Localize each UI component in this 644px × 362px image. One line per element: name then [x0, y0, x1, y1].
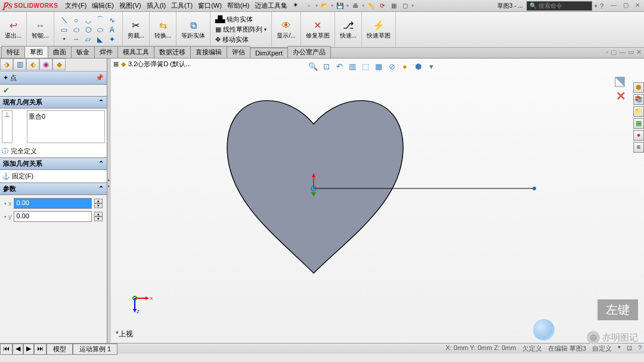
relations-list[interactable]: 重合0: [27, 110, 105, 143]
pm-tab-dim[interactable]: ◆: [52, 58, 66, 70]
ribbon-convert[interactable]: ⇆转换...: [150, 12, 177, 47]
menu-maidi[interactable]: 迈迪工具集: [252, 0, 290, 11]
ribbon-move[interactable]: ✥移动实体: [214, 35, 250, 45]
menu-window[interactable]: 窗口(W): [196, 0, 224, 11]
more-icon[interactable]: ✦: [107, 35, 117, 44]
menu-edit[interactable]: 编辑(E): [89, 0, 116, 11]
confirm-sketch-icon[interactable]: ⬔: [614, 73, 626, 89]
options-icon[interactable]: ▦: [389, 2, 398, 10]
tab-data[interactable]: 数据迁移: [154, 46, 191, 58]
sketch-heart-shape[interactable]: [111, 58, 636, 343]
doc-max-icon[interactable]: ▢: [611, 48, 617, 56]
pm-tab-prop[interactable]: ▥: [13, 58, 26, 70]
tab-weldment[interactable]: 焊件: [94, 46, 118, 58]
tab-office[interactable]: 办公室产品: [287, 46, 331, 58]
polygon-icon[interactable]: ⬡: [83, 26, 94, 34]
ribbon-pattern[interactable]: ▦线性草图阵列▾: [214, 24, 268, 35]
pm-sec-params[interactable]: 参数⌃: [0, 182, 107, 195]
menu-file[interactable]: 文件(F): [63, 0, 89, 11]
fillet-icon[interactable]: ⌒: [95, 16, 106, 24]
circle-icon[interactable]: ○: [71, 16, 82, 24]
spin-down[interactable]: ▾: [94, 216, 103, 221]
menu-tools[interactable]: 工具(T): [169, 0, 195, 11]
pm-tab-config[interactable]: ⬖: [26, 58, 39, 70]
arc-icon[interactable]: ◡: [83, 16, 94, 24]
status-custom[interactable]: 自定义: [592, 344, 612, 353]
tab-nav-prev[interactable]: ◀: [13, 344, 23, 355]
status-locale-icon[interactable]: ⊡: [627, 344, 632, 353]
point-icon[interactable]: •: [59, 35, 70, 44]
dock-res-icon[interactable]: ⬢: [633, 82, 644, 93]
menu-star-icon[interactable]: ✶: [290, 0, 301, 11]
ribbon-quick-sketch[interactable]: ⚡快速草图: [362, 12, 396, 47]
restore-icon[interactable]: ▢: [621, 2, 630, 10]
ribbon-exit-sketch[interactable]: ↩退出...: [0, 12, 27, 47]
status-help-icon[interactable]: ?: [638, 344, 642, 353]
tab-model[interactable]: 模型: [47, 344, 73, 355]
tab-nav-first[interactable]: ⏮: [0, 344, 13, 355]
search-dropdown-icon[interactable]: ▾: [595, 3, 597, 9]
chamfer-icon[interactable]: ◣: [95, 35, 106, 44]
param-y-input[interactable]: 0.00: [14, 211, 92, 222]
spin-up[interactable]: ▴: [94, 212, 103, 216]
pm-tab-feature[interactable]: ⬗: [0, 58, 13, 70]
pushpin-icon[interactable]: 📌: [95, 74, 104, 82]
centerline-icon[interactable]: ╌: [71, 35, 82, 44]
spin-down[interactable]: ▾: [94, 203, 103, 208]
close-icon[interactable]: ✕: [633, 2, 642, 10]
open-icon[interactable]: 📂: [320, 2, 329, 10]
text-icon[interactable]: A: [107, 26, 117, 34]
line-icon[interactable]: ＼: [59, 16, 70, 24]
dock-view-icon[interactable]: ▦: [633, 118, 644, 129]
slot-icon[interactable]: ⬭: [71, 26, 82, 34]
pm-sec-relations[interactable]: 现有几何关系⌃: [0, 96, 107, 109]
tab-nav-next[interactable]: ▶: [23, 344, 34, 355]
dock-explorer-icon[interactable]: 📁: [633, 106, 644, 117]
tab-features[interactable]: 特征: [1, 46, 25, 58]
tab-sketch[interactable]: 草图: [24, 46, 48, 58]
doc-selector[interactable]: 草图3 - ...: [496, 2, 524, 10]
pm-ok-button[interactable]: ✔: [0, 85, 107, 96]
minimize-icon[interactable]: —: [609, 2, 618, 10]
save-icon[interactable]: 💾: [335, 2, 345, 10]
pm-sec-add[interactable]: 添加几何关系⌃: [0, 157, 107, 170]
menu-insert[interactable]: 插入(I): [144, 0, 168, 11]
print-icon[interactable]: 🖶: [351, 2, 360, 10]
ruler-icon[interactable]: 📏: [366, 2, 376, 10]
dock-prop-icon[interactable]: ≡: [633, 142, 644, 153]
doc-close-icon[interactable]: ✕: [636, 48, 642, 56]
ribbon-repair[interactable]: ✕修复草图: [301, 12, 335, 47]
dock-lib-icon[interactable]: 📚: [633, 94, 644, 105]
rect-icon[interactable]: ▭: [59, 26, 70, 34]
ribbon-quick[interactable]: ⎇快速...: [335, 12, 362, 47]
tab-dimxpert[interactable]: DimXpert: [250, 48, 288, 58]
doc-min-icon[interactable]: ▫: [606, 48, 608, 56]
rebuild-icon[interactable]: ⟳: [377, 2, 387, 10]
menu-help[interactable]: 帮助(H): [225, 0, 252, 11]
menu-view[interactable]: 视图(V): [117, 0, 144, 11]
ribbon-mirror[interactable]: ▟▙镜向实体: [214, 14, 254, 24]
help-icon[interactable]: ?: [600, 2, 603, 10]
ribbon-display[interactable]: 👁显示/...: [272, 12, 301, 47]
tab-surface[interactable]: 曲面: [48, 46, 72, 58]
fix-relation-button[interactable]: ⚓ 固定(F): [2, 172, 33, 180]
tab-mold[interactable]: 模具工具: [117, 46, 154, 58]
dock-appear-icon[interactable]: ●: [633, 130, 644, 141]
doc-icon[interactable]: ▢: [400, 2, 410, 10]
doc-float-icon[interactable]: ▭: [628, 48, 634, 56]
plane-icon[interactable]: ▱: [83, 35, 94, 44]
param-x-input[interactable]: 0.00: [14, 198, 92, 209]
tab-sheetmetal[interactable]: 钣金: [71, 46, 95, 58]
pm-tab-display[interactable]: ◉: [39, 58, 52, 70]
search-command[interactable]: 🔍 搜索命令: [527, 1, 592, 11]
ellipse-icon[interactable]: ⬭: [95, 26, 106, 34]
graphics-area[interactable]: ⊞ ◆ 3.2心形弹簧D (默认... 🔍 ⊡ ↶ ▥ ⬚ ▦ ⊘ ● ⬢ ▾ …: [111, 58, 644, 343]
new-icon[interactable]: ▫: [304, 2, 314, 10]
tab-direct[interactable]: 直接编辑: [190, 46, 227, 58]
ribbon-offset[interactable]: ⧉等距实体: [177, 12, 210, 47]
ribbon-trim[interactable]: ✂剪裁...: [123, 12, 150, 47]
doc-restore-icon[interactable]: —: [619, 48, 626, 56]
spin-up[interactable]: ▴: [94, 199, 103, 203]
tab-evaluate[interactable]: 评估: [227, 46, 250, 58]
cancel-sketch-icon[interactable]: ✕: [614, 89, 626, 103]
